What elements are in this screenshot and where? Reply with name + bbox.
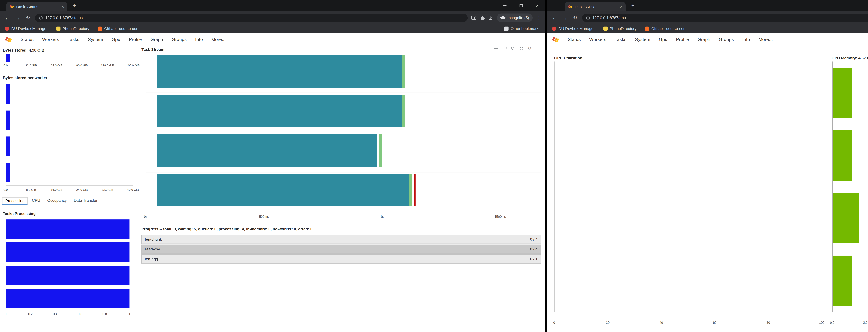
progress-name: len-agg [145,257,158,261]
extensions-puzzle-icon[interactable] [480,15,484,20]
nav-info[interactable]: Info [742,37,750,42]
dask-favicon [568,4,572,8]
tasks-processing-tick-label: 1 [129,312,130,316]
downloads-icon[interactable] [488,15,493,20]
reset-tool-icon[interactable]: ↻ [528,46,531,51]
browser-toolbar: ← → ↻ 127.0.0.1:8787/gpu Incognito (5) [547,11,868,24]
nav-gpu[interactable]: Gpu [112,37,120,42]
gpu-utilization-chart[interactable] [554,61,825,312]
tab-occupancy[interactable]: Occupancy [44,197,70,205]
bytes-per-worker-tick-label: 24.0 GiB [76,188,88,192]
task-stream-accent-bar [402,95,405,127]
nav-tasks[interactable]: Tasks [67,37,79,42]
wheel-zoom-tool-icon[interactable] [511,46,515,51]
forward-button[interactable]: → [14,15,21,21]
tasks-processing-axis: 00.20.40.60.81 [6,312,129,318]
task-stream-task-bar [157,174,409,206]
nav-groups[interactable]: Groups [719,37,734,42]
tasks-processing-bar-2 [6,266,129,285]
bookmark-label: PhoneDirectory [610,26,637,31]
reload-button[interactable]: ↻ [572,14,578,21]
browser-tab-status[interactable]: Dask: Status × [6,2,67,11]
box-zoom-tool-icon[interactable] [502,46,507,51]
address-bar[interactable]: 127.0.0.1:8787/status [35,13,467,22]
browser-window-status: Dask: Status × + × ← → ↻ 127.0.0.1:8787/… [0,0,546,332]
bookmark-gitlab[interactable]: GitLab - course-con... [98,26,142,31]
task-stream-chart[interactable] [146,53,541,212]
incognito-badge[interactable]: Incognito (5) [497,13,533,22]
tab-data-transfer[interactable]: Data Transfer [71,197,100,205]
dask-favicon [9,4,14,8]
nav-info[interactable]: Info [195,37,203,42]
nav-graph[interactable]: Graph [698,37,710,42]
desktop: Dask: Status × + × ← → ↻ 127.0.0.1:8787/… [0,0,868,332]
bookmark-phonedirectory[interactable]: PhoneDirectory [56,26,89,31]
progress-row-len-chunk: len-chunk 0 / 4 [142,235,541,244]
gridline [146,172,541,172]
bookmark-du-devbox[interactable]: DU Devbox Manager [552,26,595,31]
bookmark-favicon [603,26,608,31]
tasks-processing-chart[interactable] [6,218,129,310]
bookmark-favicon [645,26,649,31]
folder-icon [504,26,508,31]
nav-more[interactable]: More... [758,37,773,42]
new-tab-button[interactable]: + [631,2,634,8]
nav-workers[interactable]: Workers [42,37,59,42]
nav-tasks[interactable]: Tasks [615,37,626,42]
bytes-per-worker-bar-0 [6,85,10,104]
gpu-utilization-axis: 020406080100 [554,321,825,326]
nav-status[interactable]: Status [568,37,581,42]
pan-tool-icon[interactable] [494,46,498,51]
bytes-per-worker-axis: 0.08.0 GiB16.0 GiB24.0 GiB32.0 GiB40.0 G… [6,188,133,193]
bookmark-phonedirectory[interactable]: PhoneDirectory [603,26,637,31]
back-button[interactable]: ← [4,15,10,21]
bookmark-gitlab[interactable]: GitLab - course-con... [645,26,689,31]
gpu-memory-chart[interactable] [832,61,868,312]
other-bookmarks[interactable]: Other bookmarks [504,26,540,31]
nav-graph[interactable]: Graph [150,37,163,42]
forward-button[interactable]: → [562,15,568,21]
browser-menu-icon[interactable]: ⋮ [536,15,541,21]
bytes-stored-tick-label: 96.0 GiB [76,64,88,67]
site-info-icon[interactable] [586,16,590,20]
address-bar[interactable]: 127.0.0.1:8787/gpu [582,13,868,22]
new-tab-button[interactable]: + [73,2,76,8]
side-panel-icon[interactable] [471,15,476,20]
nav-more[interactable]: More... [211,37,225,42]
bytes-per-worker-bar-1 [6,110,10,130]
nav-groups[interactable]: Groups [172,37,187,42]
tasks-processing-bar-0 [6,220,129,239]
tab-cpu[interactable]: CPU [29,197,43,205]
bytes-per-worker-tick-label: 16.0 GiB [51,188,62,192]
browser-window-gpu: Dask: GPU × + × ← → ↻ 127.0.0.1:8787/gpu [547,0,868,332]
panel-tabs: Processing CPU Occupancy Data Transfer [2,197,100,205]
gpu-memory-title: GPU Memory: 4.67 GiB / 60.00 GiB [832,56,868,60]
nav-system[interactable]: System [88,37,103,42]
nav-gpu[interactable]: Gpu [659,37,668,42]
tab-close-icon[interactable]: × [620,4,622,8]
tab-processing[interactable]: Processing [2,197,28,205]
maximize-button[interactable] [513,0,529,11]
reload-button[interactable]: ↻ [25,14,31,21]
tab-close-icon[interactable]: × [61,4,64,8]
nav-system[interactable]: System [635,37,650,42]
browser-tab-gpu[interactable]: Dask: GPU × [565,2,626,11]
bookmark-du-devbox[interactable]: DU Devbox Manager [5,26,48,31]
gpu-utilization-tick-label: 20 [606,321,609,324]
bytes-stored-tick-label: 160.0 GiB [126,64,140,67]
back-button[interactable]: ← [551,15,558,21]
nav-profile[interactable]: Profile [676,37,689,42]
site-info-icon[interactable] [39,16,43,20]
close-button[interactable]: × [529,0,546,11]
bytes-stored-tick-label: 0.0 [4,64,8,67]
bytes-stored-chart[interactable] [6,54,133,62]
task-stream-accent-bar [409,174,412,206]
nav-status[interactable]: Status [21,37,33,42]
gridline [146,93,541,93]
nav-profile[interactable]: Profile [129,37,142,42]
nav-workers[interactable]: Workers [589,37,606,42]
save-tool-icon[interactable] [519,46,524,51]
gpu-memory-tick-label: 2.0 GiB [863,321,868,324]
bytes-per-worker-chart[interactable] [6,81,133,186]
minimize-button[interactable] [496,0,513,11]
